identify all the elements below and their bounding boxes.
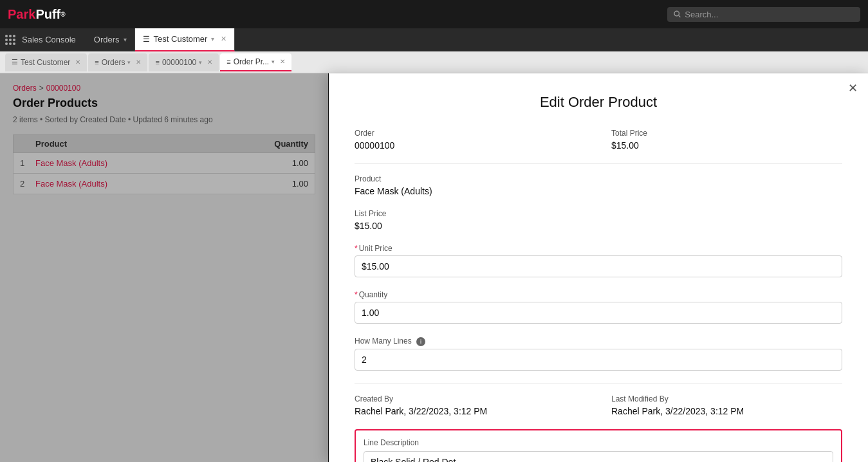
tab2-orders-icon: ≡ <box>95 59 98 66</box>
quantity-field: *Quantity <box>355 290 842 324</box>
product-row: Product Face Mask (Adults) <box>355 174 842 196</box>
total-price-label: Total Price <box>611 129 842 138</box>
quantity-input[interactable] <box>355 302 842 324</box>
product-value: Face Mask (Adults) <box>355 186 842 196</box>
list-price-field: List Price $15.00 <box>355 209 842 231</box>
divider <box>355 163 842 164</box>
line-description-input[interactable] <box>364 451 833 462</box>
total-price-field: Total Price $15.00 <box>611 129 842 151</box>
search-icon <box>674 10 681 18</box>
svg-point-0 <box>674 11 679 16</box>
close-icon[interactable]: ✕ <box>280 58 285 65</box>
logo-park: Park <box>8 7 35 22</box>
list-price-label: List Price <box>355 209 842 218</box>
modal-title: Edit Order Product <box>355 94 842 111</box>
order-field: Order 00000100 <box>355 129 586 151</box>
created-by-label: Created By <box>355 394 586 403</box>
top-bar: ParkPuff® <box>0 0 868 28</box>
chevron-down-icon: ▾ <box>124 36 127 43</box>
product-field: Product Face Mask (Adults) <box>355 174 842 196</box>
tab-bar-1: Sales Console Orders ▾ ☰ Test Customer ▾… <box>0 28 868 51</box>
unit-price-input[interactable] <box>355 255 842 277</box>
line-description-label: Line Description <box>364 438 833 447</box>
line-description-section: Line Description <box>355 429 842 462</box>
tab-icon: ☰ <box>143 35 150 44</box>
tab-test-customer-label: Test Customer <box>154 34 208 44</box>
how-many-lines-field: How Many Lines i <box>355 337 842 371</box>
created-by-field: Created By Rachel Park, 3/22/2023, 3:12 … <box>355 394 586 416</box>
required-indicator: * <box>355 290 358 299</box>
tab2-orders-label: Orders <box>102 58 125 67</box>
last-modified-value: Rachel Park, 3/22/2023, 3:12 PM <box>611 406 842 416</box>
logo: ParkPuff® <box>8 7 66 22</box>
edit-order-product-modal: ✕ Edit Order Product Order 00000100 Tota… <box>329 73 868 462</box>
audit-row: Created By Rachel Park, 3/22/2023, 3:12 … <box>355 394 842 416</box>
close-icon[interactable]: ✕ <box>207 59 212 66</box>
last-modified-label: Last Modified By <box>611 394 842 403</box>
tab2-orderpr-icon: ≡ <box>226 58 230 66</box>
how-many-lines-label: How Many Lines i <box>355 337 842 346</box>
list-price-row: List Price $15.00 <box>355 209 842 231</box>
tab2-order-pr[interactable]: ≡ Order Pr... ▾ ✕ <box>220 53 291 71</box>
how-many-lines-input[interactable] <box>355 349 842 371</box>
chevron-down-icon: ▾ <box>127 59 131 66</box>
info-icon[interactable]: i <box>416 337 425 346</box>
app-grid-icon[interactable] <box>5 35 15 45</box>
logo-reg: ® <box>60 11 65 18</box>
svg-line-1 <box>679 15 680 17</box>
order-value: 00000100 <box>355 140 586 151</box>
tab2-order100[interactable]: ≡ 00000100 ▾ ✕ <box>149 53 219 71</box>
chevron-down-icon: ▾ <box>211 35 214 42</box>
app-title: Sales Console <box>22 35 76 44</box>
modal-overlay: ✕ Edit Order Product Order 00000100 Tota… <box>0 73 868 462</box>
created-by-value: Rachel Park, 3/22/2023, 3:12 PM <box>355 406 586 416</box>
chevron-down-icon: ▾ <box>199 59 202 66</box>
quantity-row: *Quantity <box>355 290 842 324</box>
modal-close-button[interactable]: ✕ <box>848 81 858 95</box>
tab2-test-customer-label: Test Customer <box>21 58 70 67</box>
main-area: Orders > 00000100 Order Products 2 items… <box>0 73 868 462</box>
close-icon[interactable]: ✕ <box>136 59 141 66</box>
tab2-orders[interactable]: ≡ Orders ▾ ✕ <box>88 53 147 71</box>
tab-test-customer[interactable]: ☰ Test Customer ▾ ✕ <box>135 28 235 51</box>
close-icon[interactable]: ✕ <box>75 59 80 66</box>
tab-orders-label: Orders <box>94 35 120 44</box>
quantity-label: *Quantity <box>355 290 842 299</box>
order-totalprice-row: Order 00000100 Total Price $15.00 <box>355 129 842 151</box>
tab2-icon: ☰ <box>12 58 18 66</box>
tab-bar-2: ☰ Test Customer ✕ ≡ Orders ▾ ✕ ≡ 0000010… <box>0 51 868 73</box>
tab-orders[interactable]: Orders ▾ <box>86 28 135 51</box>
list-price-value: $15.00 <box>355 221 842 231</box>
how-many-lines-row: How Many Lines i <box>355 337 842 371</box>
order-label: Order <box>355 129 586 138</box>
search-input[interactable] <box>685 10 854 19</box>
divider <box>355 383 842 384</box>
search-bar[interactable] <box>667 7 860 22</box>
unit-price-row: *Unit Price <box>355 244 842 277</box>
unit-price-label: *Unit Price <box>355 244 842 253</box>
unit-price-field: *Unit Price <box>355 244 842 277</box>
chevron-down-icon: ▾ <box>272 59 275 65</box>
logo-puff: Puff <box>35 7 60 22</box>
tab2-test-customer[interactable]: ☰ Test Customer ✕ <box>5 53 87 71</box>
total-price-value: $15.00 <box>611 140 842 151</box>
close-icon[interactable]: ✕ <box>221 35 226 43</box>
product-label: Product <box>355 174 842 183</box>
last-modified-field: Last Modified By Rachel Park, 3/22/2023,… <box>611 394 842 416</box>
tab2-order100-icon: ≡ <box>155 59 159 66</box>
tab2-orderpr-label: Order Pr... <box>234 57 269 66</box>
required-indicator: * <box>355 244 358 253</box>
tab2-order100-label: 00000100 <box>162 58 196 67</box>
